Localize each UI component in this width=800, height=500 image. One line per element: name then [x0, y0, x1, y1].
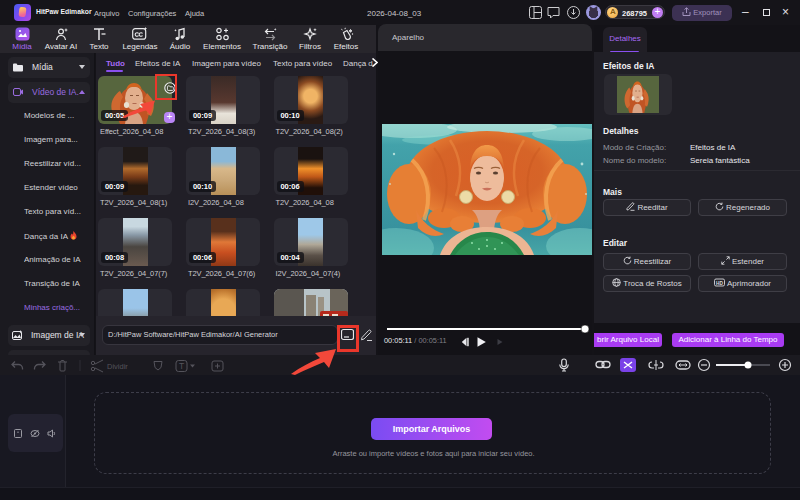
- svg-text:HD: HD: [716, 281, 723, 286]
- svg-text:T: T: [179, 361, 184, 371]
- svg-text:Dividir: Dividir: [107, 362, 128, 371]
